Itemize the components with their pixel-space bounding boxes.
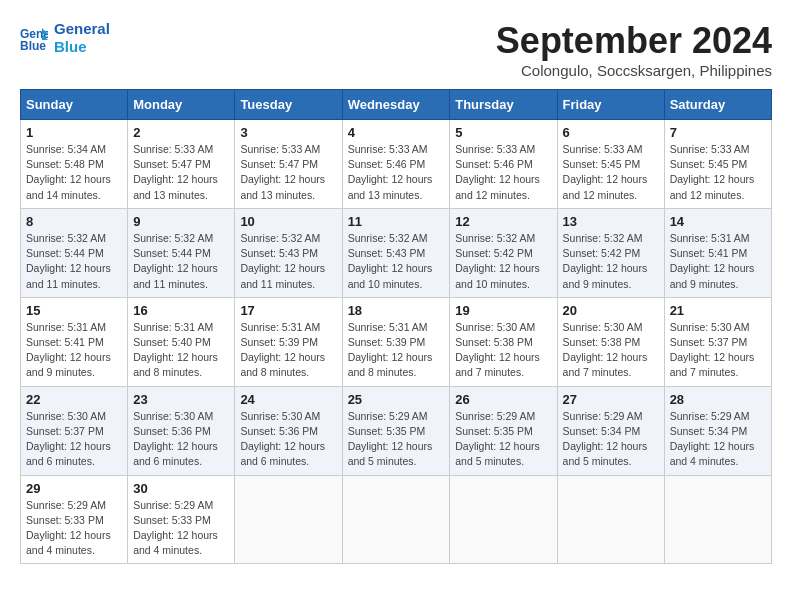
col-thursday: Thursday: [450, 90, 557, 120]
col-tuesday: Tuesday: [235, 90, 342, 120]
day-info: Sunrise: 5:32 AM Sunset: 5:44 PM Dayligh…: [133, 231, 229, 292]
calendar-cell: 14 Sunrise: 5:31 AM Sunset: 5:41 PM Dayl…: [664, 208, 771, 297]
calendar-cell: 24 Sunrise: 5:30 AM Sunset: 5:36 PM Dayl…: [235, 386, 342, 475]
day-number: 21: [670, 303, 766, 318]
day-number: 20: [563, 303, 659, 318]
day-number: 28: [670, 392, 766, 407]
calendar-cell: 9 Sunrise: 5:32 AM Sunset: 5:44 PM Dayli…: [128, 208, 235, 297]
col-saturday: Saturday: [664, 90, 771, 120]
calendar-cell: 18 Sunrise: 5:31 AM Sunset: 5:39 PM Dayl…: [342, 297, 450, 386]
col-friday: Friday: [557, 90, 664, 120]
day-info: Sunrise: 5:30 AM Sunset: 5:37 PM Dayligh…: [670, 320, 766, 381]
day-number: 14: [670, 214, 766, 229]
day-info: Sunrise: 5:34 AM Sunset: 5:48 PM Dayligh…: [26, 142, 122, 203]
location-subtitle: Colongulo, Soccsksargen, Philippines: [496, 62, 772, 79]
day-number: 8: [26, 214, 122, 229]
day-number: 12: [455, 214, 551, 229]
day-number: 1: [26, 125, 122, 140]
day-info: Sunrise: 5:33 AM Sunset: 5:46 PM Dayligh…: [455, 142, 551, 203]
calendar-cell: 8 Sunrise: 5:32 AM Sunset: 5:44 PM Dayli…: [21, 208, 128, 297]
calendar-cell: 16 Sunrise: 5:31 AM Sunset: 5:40 PM Dayl…: [128, 297, 235, 386]
calendar-cell: 13 Sunrise: 5:32 AM Sunset: 5:42 PM Dayl…: [557, 208, 664, 297]
logo-icon: General Blue: [20, 24, 48, 52]
calendar-cell: 23 Sunrise: 5:30 AM Sunset: 5:36 PM Dayl…: [128, 386, 235, 475]
day-info: Sunrise: 5:32 AM Sunset: 5:43 PM Dayligh…: [348, 231, 445, 292]
calendar-cell: 26 Sunrise: 5:29 AM Sunset: 5:35 PM Dayl…: [450, 386, 557, 475]
day-number: 13: [563, 214, 659, 229]
day-number: 17: [240, 303, 336, 318]
calendar-cell: 15 Sunrise: 5:31 AM Sunset: 5:41 PM Dayl…: [21, 297, 128, 386]
day-info: Sunrise: 5:30 AM Sunset: 5:37 PM Dayligh…: [26, 409, 122, 470]
day-info: Sunrise: 5:32 AM Sunset: 5:42 PM Dayligh…: [455, 231, 551, 292]
day-info: Sunrise: 5:33 AM Sunset: 5:47 PM Dayligh…: [133, 142, 229, 203]
calendar-cell: 4 Sunrise: 5:33 AM Sunset: 5:46 PM Dayli…: [342, 120, 450, 209]
calendar-cell: 28 Sunrise: 5:29 AM Sunset: 5:34 PM Dayl…: [664, 386, 771, 475]
day-number: 6: [563, 125, 659, 140]
day-number: 15: [26, 303, 122, 318]
calendar-cell: 20 Sunrise: 5:30 AM Sunset: 5:38 PM Dayl…: [557, 297, 664, 386]
calendar-cell: 25 Sunrise: 5:29 AM Sunset: 5:35 PM Dayl…: [342, 386, 450, 475]
day-info: Sunrise: 5:29 AM Sunset: 5:34 PM Dayligh…: [670, 409, 766, 470]
svg-text:Blue: Blue: [20, 39, 46, 52]
calendar-cell: [557, 475, 664, 564]
calendar-cell: 29 Sunrise: 5:29 AM Sunset: 5:33 PM Dayl…: [21, 475, 128, 564]
day-info: Sunrise: 5:33 AM Sunset: 5:47 PM Dayligh…: [240, 142, 336, 203]
calendar-cell: 10 Sunrise: 5:32 AM Sunset: 5:43 PM Dayl…: [235, 208, 342, 297]
day-number: 30: [133, 481, 229, 496]
calendar-cell: [342, 475, 450, 564]
calendar-cell: 2 Sunrise: 5:33 AM Sunset: 5:47 PM Dayli…: [128, 120, 235, 209]
day-number: 16: [133, 303, 229, 318]
day-number: 2: [133, 125, 229, 140]
day-number: 23: [133, 392, 229, 407]
calendar-cell: 3 Sunrise: 5:33 AM Sunset: 5:47 PM Dayli…: [235, 120, 342, 209]
day-info: Sunrise: 5:33 AM Sunset: 5:45 PM Dayligh…: [563, 142, 659, 203]
logo-text: GeneralBlue: [54, 20, 110, 56]
calendar-cell: 5 Sunrise: 5:33 AM Sunset: 5:46 PM Dayli…: [450, 120, 557, 209]
calendar-cell: 1 Sunrise: 5:34 AM Sunset: 5:48 PM Dayli…: [21, 120, 128, 209]
day-number: 11: [348, 214, 445, 229]
month-title: September 2024: [496, 20, 772, 62]
day-info: Sunrise: 5:32 AM Sunset: 5:42 PM Dayligh…: [563, 231, 659, 292]
day-info: Sunrise: 5:29 AM Sunset: 5:35 PM Dayligh…: [455, 409, 551, 470]
day-info: Sunrise: 5:30 AM Sunset: 5:38 PM Dayligh…: [563, 320, 659, 381]
day-info: Sunrise: 5:29 AM Sunset: 5:33 PM Dayligh…: [26, 498, 122, 559]
day-number: 3: [240, 125, 336, 140]
day-info: Sunrise: 5:29 AM Sunset: 5:35 PM Dayligh…: [348, 409, 445, 470]
day-info: Sunrise: 5:30 AM Sunset: 5:38 PM Dayligh…: [455, 320, 551, 381]
day-info: Sunrise: 5:29 AM Sunset: 5:33 PM Dayligh…: [133, 498, 229, 559]
calendar-table: Sunday Monday Tuesday Wednesday Thursday…: [20, 89, 772, 564]
day-number: 9: [133, 214, 229, 229]
day-number: 10: [240, 214, 336, 229]
calendar-cell: 12 Sunrise: 5:32 AM Sunset: 5:42 PM Dayl…: [450, 208, 557, 297]
day-number: 5: [455, 125, 551, 140]
day-number: 27: [563, 392, 659, 407]
calendar-cell: 17 Sunrise: 5:31 AM Sunset: 5:39 PM Dayl…: [235, 297, 342, 386]
day-info: Sunrise: 5:31 AM Sunset: 5:39 PM Dayligh…: [348, 320, 445, 381]
day-info: Sunrise: 5:31 AM Sunset: 5:41 PM Dayligh…: [26, 320, 122, 381]
col-monday: Monday: [128, 90, 235, 120]
day-number: 19: [455, 303, 551, 318]
day-info: Sunrise: 5:32 AM Sunset: 5:44 PM Dayligh…: [26, 231, 122, 292]
day-info: Sunrise: 5:31 AM Sunset: 5:41 PM Dayligh…: [670, 231, 766, 292]
day-number: 7: [670, 125, 766, 140]
calendar-title-section: September 2024 Colongulo, Soccsksargen, …: [496, 20, 772, 79]
calendar-cell: 6 Sunrise: 5:33 AM Sunset: 5:45 PM Dayli…: [557, 120, 664, 209]
calendar-cell: 27 Sunrise: 5:29 AM Sunset: 5:34 PM Dayl…: [557, 386, 664, 475]
calendar-cell: 7 Sunrise: 5:33 AM Sunset: 5:45 PM Dayli…: [664, 120, 771, 209]
day-number: 4: [348, 125, 445, 140]
day-info: Sunrise: 5:31 AM Sunset: 5:39 PM Dayligh…: [240, 320, 336, 381]
calendar-cell: [235, 475, 342, 564]
calendar-cell: [450, 475, 557, 564]
calendar-cell: 30 Sunrise: 5:29 AM Sunset: 5:33 PM Dayl…: [128, 475, 235, 564]
day-info: Sunrise: 5:33 AM Sunset: 5:45 PM Dayligh…: [670, 142, 766, 203]
col-sunday: Sunday: [21, 90, 128, 120]
day-info: Sunrise: 5:31 AM Sunset: 5:40 PM Dayligh…: [133, 320, 229, 381]
day-number: 24: [240, 392, 336, 407]
day-info: Sunrise: 5:30 AM Sunset: 5:36 PM Dayligh…: [133, 409, 229, 470]
day-info: Sunrise: 5:29 AM Sunset: 5:34 PM Dayligh…: [563, 409, 659, 470]
calendar-cell: 19 Sunrise: 5:30 AM Sunset: 5:38 PM Dayl…: [450, 297, 557, 386]
calendar-cell: 22 Sunrise: 5:30 AM Sunset: 5:37 PM Dayl…: [21, 386, 128, 475]
day-info: Sunrise: 5:32 AM Sunset: 5:43 PM Dayligh…: [240, 231, 336, 292]
logo: General Blue GeneralBlue: [20, 20, 110, 56]
day-info: Sunrise: 5:30 AM Sunset: 5:36 PM Dayligh…: [240, 409, 336, 470]
